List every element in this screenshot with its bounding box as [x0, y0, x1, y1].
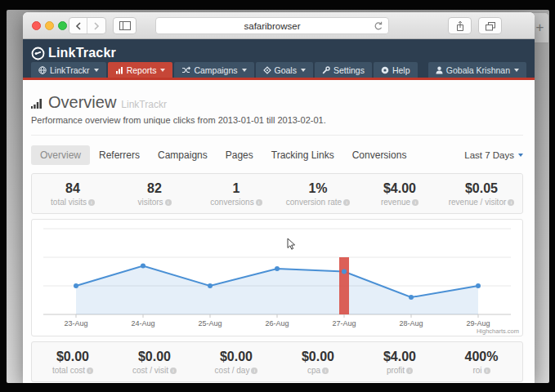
tab-campaigns[interactable]: Campaigns: [149, 145, 217, 165]
user-name: Gobala Krishnan: [446, 65, 510, 75]
stat-value: 82: [114, 181, 195, 196]
main-menu: LinkTrackr Reports: [23, 62, 535, 80]
date-range-selector[interactable]: Last 7 Days: [464, 150, 523, 160]
tab-conversions[interactable]: Conversions: [343, 145, 416, 165]
chevron-down-icon: [518, 154, 523, 157]
menu-item-settings[interactable]: Settings: [315, 62, 372, 78]
screenshot-frame: +: [0, 0, 555, 392]
zoom-window-button[interactable]: [58, 21, 67, 30]
stat-visitors: 82 visitors: [114, 181, 195, 207]
menu-item-campaigns[interactable]: Campaigns: [174, 62, 253, 78]
close-window-button[interactable]: [32, 21, 41, 30]
info-icon[interactable]: [406, 368, 413, 374]
web-page: LinkTrackr LinkTrackr: [23, 39, 535, 383]
chevron-down-icon: [242, 69, 247, 72]
info-icon[interactable]: [251, 368, 257, 374]
svg-text:29-Aug: 29-Aug: [466, 319, 490, 327]
forward-button[interactable]: [87, 18, 105, 33]
menu-label: LinkTrackr: [50, 65, 90, 75]
tab-pages[interactable]: Pages: [217, 145, 262, 165]
stat-value: $0.05: [441, 181, 522, 196]
info-icon[interactable]: [170, 368, 177, 374]
stat-cpa: $0.00 cpa: [277, 350, 359, 375]
target-icon: [263, 66, 271, 74]
stat-label: total visits: [32, 198, 114, 207]
stat-label: profit: [359, 366, 441, 375]
tab-tracking-links[interactable]: Tracking Links: [262, 145, 343, 165]
page-title-suffix: LinkTrackr: [121, 99, 167, 110]
menu-item-linktrackr[interactable]: LinkTrackr: [31, 62, 106, 78]
shuffle-icon: [181, 66, 190, 74]
svg-text:Highcharts.com: Highcharts.com: [477, 327, 519, 335]
menu-label: Reports: [127, 65, 157, 75]
history-nav-group: [69, 17, 106, 34]
stat-value: 84: [32, 181, 114, 196]
back-button[interactable]: [69, 18, 87, 33]
minimize-window-button[interactable]: [45, 21, 54, 30]
info-icon[interactable]: [343, 199, 350, 206]
svg-text:26-Aug: 26-Aug: [265, 319, 289, 327]
visits-chart: 23-Aug24-Aug25-Aug26-Aug27-Aug28-Aug29-A…: [31, 219, 523, 336]
stat-value: $0.00: [277, 350, 359, 364]
stat-cost-day: $0.00 cost / day: [195, 350, 277, 375]
stat-label: roi: [441, 366, 522, 375]
help-icon: [381, 66, 389, 74]
stat-label: revenue: [359, 198, 441, 207]
svg-text:28-Aug: 28-Aug: [399, 319, 423, 327]
menu-item-help[interactable]: Help: [374, 62, 418, 78]
reload-icon[interactable]: [373, 20, 383, 32]
chevron-left-icon: [75, 22, 82, 30]
menu-label: Help: [392, 65, 410, 75]
svg-text:25-Aug: 25-Aug: [198, 319, 222, 327]
chevron-down-icon: [301, 69, 306, 72]
stat-label: revenue / visitor: [441, 198, 522, 207]
tab-overview[interactable]: Overview: [31, 145, 90, 165]
chevron-down-icon: [160, 69, 165, 72]
chevron-right-icon: [93, 22, 100, 30]
stat-label: cost / day: [195, 366, 277, 375]
stat-value: $0.00: [32, 350, 114, 364]
share-button[interactable]: [448, 17, 472, 34]
chevron-down-icon: [514, 69, 519, 72]
menu-item-reports[interactable]: Reports: [108, 62, 173, 78]
stat-value: $0.00: [195, 350, 277, 364]
stats-panel-top: 84 total visits 82 visitors 1 conversion…: [31, 173, 523, 214]
info-icon[interactable]: [87, 368, 93, 374]
stat-label: conversions: [195, 198, 277, 207]
linktrackr-logo-icon: [31, 47, 45, 60]
svg-text:24-Aug: 24-Aug: [131, 319, 154, 327]
globe-icon: [38, 66, 47, 74]
info-icon[interactable]: [322, 368, 329, 374]
area-chart: 23-Aug24-Aug25-Aug26-Aug27-Aug28-Aug29-A…: [32, 220, 522, 336]
menu-item-goals[interactable]: Goals: [256, 62, 313, 78]
stat-total-cost: $0.00 total cost: [32, 350, 114, 375]
show-tabs-button[interactable]: [478, 17, 502, 34]
app-logo-text: LinkTrackr: [48, 46, 116, 60]
overview-chart-icon: [31, 97, 43, 109]
menu-label: Campaigns: [194, 65, 237, 75]
menu-label: Goals: [275, 65, 297, 75]
stat-value: 400%: [441, 350, 522, 364]
mouse-cursor-icon: [287, 238, 297, 251]
sidebar-toggle-button[interactable]: [113, 17, 137, 34]
app-header: LinkTrackr: [23, 39, 535, 62]
info-icon[interactable]: [484, 368, 490, 374]
tab-referrers[interactable]: Referrers: [90, 145, 149, 165]
stat-value: 1: [195, 181, 277, 196]
address-bar[interactable]: safaribrowser: [155, 17, 389, 34]
stat-value: $0.00: [114, 350, 195, 364]
stat-profit: $4.00 profit: [359, 350, 441, 375]
stat-total-visits: 84 total visits: [32, 181, 114, 207]
menu-label: Settings: [333, 65, 365, 75]
info-icon[interactable]: [508, 199, 514, 206]
info-icon[interactable]: [165, 199, 172, 206]
date-range-label: Last 7 Days: [464, 150, 514, 160]
svg-text:23-Aug: 23-Aug: [64, 319, 87, 327]
app-logo[interactable]: LinkTrackr: [31, 46, 116, 60]
info-icon[interactable]: [88, 199, 95, 206]
user-menu[interactable]: Gobala Krishnan: [428, 62, 526, 78]
info-icon[interactable]: [256, 199, 262, 206]
page-content: Overview LinkTrackr Performance overview…: [23, 93, 535, 382]
info-icon[interactable]: [412, 199, 418, 206]
stat-value: $4.00: [359, 350, 441, 364]
